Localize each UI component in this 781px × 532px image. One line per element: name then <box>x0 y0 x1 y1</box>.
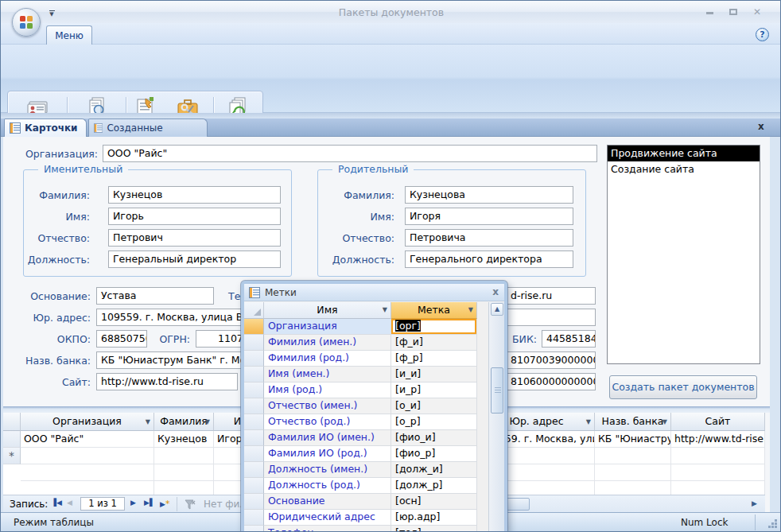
label-name-cell[interactable]: Основание <box>264 494 391 510</box>
column-header-bank[interactable]: Назв. банка▼ <box>595 413 671 431</box>
first-record-button[interactable]: ▐◀ <box>51 499 62 507</box>
cell-organization[interactable]: ООО "Райс" <box>21 431 154 448</box>
label-name-cell[interactable]: Фамилия ИО (род.) <box>264 446 391 462</box>
labels-row[interactable]: Отчество (род.)[о_р] <box>244 414 477 430</box>
label-tag-cell[interactable]: [и_и] <box>391 367 477 382</box>
label-name-cell[interactable]: Фимилия (род.) <box>264 351 391 367</box>
row-selector-header[interactable] <box>3 413 21 431</box>
row-selector[interactable] <box>244 382 264 398</box>
row-selector[interactable] <box>244 510 264 526</box>
cell-empty[interactable] <box>595 448 671 464</box>
labels-window-close-button[interactable]: x <box>492 286 499 297</box>
cell-surname[interactable]: Кузнецов <box>154 431 214 448</box>
cell-site[interactable]: http://www.td-rise.ru <box>671 431 765 448</box>
previous-record-button[interactable]: ◀ <box>67 499 72 507</box>
maximize-button[interactable] <box>723 6 744 18</box>
labels-row[interactable]: Телефон[тел] <box>244 526 477 532</box>
list-item-site-promotion[interactable]: Продвижение сайта <box>608 146 760 161</box>
column-header-site[interactable]: Сайт <box>671 413 765 431</box>
labels-row[interactable]: Фимилия (род.)[ф_р] <box>244 351 477 367</box>
cell-empty[interactable] <box>21 448 154 464</box>
labels-window-titlebar[interactable]: Метки x <box>244 284 504 301</box>
labels-column-header-tag[interactable]: Метка▼ <box>391 302 477 319</box>
office-button[interactable] <box>12 8 41 37</box>
label-name-cell[interactable]: Имя (род.) <box>264 382 391 398</box>
column-dropdown-icon[interactable]: ▼ <box>468 302 473 318</box>
labels-row[interactable]: Организация[орг] <box>244 319 477 335</box>
vertical-scrollbar-thumb[interactable] <box>491 367 503 414</box>
row-selector[interactable] <box>3 431 21 448</box>
label-name-cell[interactable]: Фамилия ИО (имен.) <box>264 430 391 446</box>
label-tag-cell[interactable]: [долж_р] <box>391 478 477 494</box>
name-field[interactable]: Игорь <box>108 208 281 225</box>
basis-field[interactable]: Устава <box>96 287 214 305</box>
position-field[interactable]: Генеральный директор <box>108 250 281 268</box>
label-name-cell[interactable]: Отчество (имен.) <box>264 398 391 414</box>
labels-vertical-scrollbar[interactable]: ▲ <box>488 302 504 532</box>
labels-row[interactable]: Имя (род.)[и_р] <box>244 382 477 398</box>
tab-close-button[interactable]: x <box>758 121 764 132</box>
column-header-organization[interactable]: Организация▼ <box>21 413 154 431</box>
label-tag-cell[interactable]: [о_и] <box>391 398 477 414</box>
cell-bank[interactable]: КБ "Юниастру <box>595 431 671 448</box>
labels-row[interactable]: Отчество (имен.)[о_и] <box>244 398 477 414</box>
new-record-button[interactable]: ▶* <box>160 499 169 509</box>
surname-field[interactable]: Кузнецов <box>108 186 281 204</box>
next-record-button[interactable]: ▶ <box>130 499 136 507</box>
row-selector[interactable] <box>244 478 264 494</box>
column-dropdown-icon[interactable]: ▼ <box>205 414 210 431</box>
row-selector[interactable] <box>244 430 264 446</box>
scroll-right-arrow[interactable]: ▶ <box>752 499 757 507</box>
labels-row[interactable]: Имя (имен.)[и_и] <box>244 367 477 382</box>
cell-empty[interactable] <box>671 448 765 464</box>
organization-field[interactable]: ООО "Райс" <box>103 145 597 162</box>
row-selector[interactable] <box>244 414 264 430</box>
row-selector[interactable] <box>244 367 264 382</box>
row-selector[interactable] <box>244 462 264 478</box>
labels-row[interactable]: Должность (имен.)[долж_и] <box>244 462 477 478</box>
row-selector[interactable] <box>244 446 264 462</box>
label-tag-cell[interactable]: [тел] <box>391 526 477 532</box>
current-row-selector[interactable] <box>244 319 264 335</box>
help-button[interactable]: ? <box>756 28 769 41</box>
new-record-selector[interactable]: * <box>3 448 21 464</box>
row-selector[interactable] <box>244 494 264 510</box>
label-tag-cell[interactable]: [ф_и] <box>391 335 477 351</box>
label-name-cell[interactable]: Должность (имен.) <box>264 462 391 478</box>
label-name-cell[interactable]: Отчество (род.) <box>264 414 391 430</box>
patronymic-field[interactable]: Петрович <box>108 229 281 247</box>
minimize-button[interactable] <box>699 6 720 18</box>
label-tag-cell[interactable]: [о_р] <box>391 414 477 430</box>
patronymic-gen-field[interactable]: Петровича <box>405 229 573 247</box>
labels-row[interactable]: Должность (род.)[долж_р] <box>244 478 477 494</box>
row-selector[interactable] <box>244 335 264 351</box>
label-name-cell[interactable]: Телефон <box>264 526 391 532</box>
labels-row[interactable]: Фамилия ИО (имен.)[фио_и] <box>244 430 477 446</box>
list-item-site-creation[interactable]: Создание сайта <box>608 161 760 177</box>
labels-corner-selector[interactable] <box>244 302 264 319</box>
record-position[interactable]: 1 из 1 <box>80 497 125 511</box>
position-gen-field[interactable]: Генерального директора <box>405 250 573 268</box>
labels-column-header-name[interactable]: Имя▼ <box>264 302 391 319</box>
label-tag-cell[interactable]: [фио_р] <box>391 446 477 462</box>
row-selector[interactable] <box>244 398 264 414</box>
row-selector[interactable] <box>244 526 264 532</box>
column-dropdown-icon[interactable]: ▼ <box>146 414 150 431</box>
create-package-button[interactable]: Создать пакет документов <box>609 375 757 399</box>
column-header-surname[interactable]: Фамилия▼ <box>154 413 214 431</box>
quick-access-toolbar-dropdown[interactable]: ▼ <box>47 10 56 17</box>
tab-menu[interactable]: Меню <box>46 25 92 45</box>
labels-row[interactable]: Фамилия ИО (род.)[фио_р] <box>244 446 477 462</box>
label-name-cell[interactable]: Организация <box>264 319 391 335</box>
label-name-cell[interactable]: Имя (имен.) <box>264 367 391 382</box>
column-dropdown-icon[interactable]: ▼ <box>586 414 591 431</box>
cell-empty[interactable] <box>154 448 214 464</box>
column-dropdown-icon[interactable]: ▼ <box>383 302 387 318</box>
labels-row[interactable]: Фимилия (имен.)[ф_и] <box>244 335 477 351</box>
labels-row[interactable]: Юридический адрес[юр.адр] <box>244 510 477 526</box>
label-tag-cell[interactable]: [ф_р] <box>391 351 477 367</box>
name-gen-field[interactable]: Игоря <box>405 208 573 225</box>
label-tag-cell[interactable]: [орг] <box>391 319 477 335</box>
row-selector[interactable] <box>244 351 264 367</box>
scroll-up-button[interactable]: ▲ <box>491 303 503 316</box>
